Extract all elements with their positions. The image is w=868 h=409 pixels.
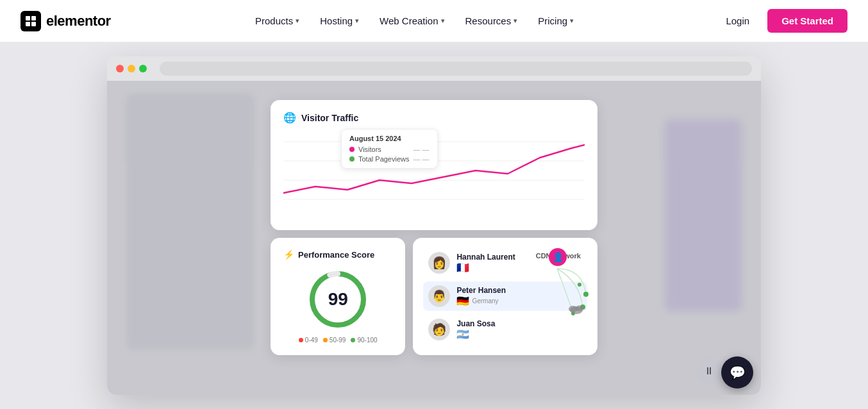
legend-label-low: 0-49: [305, 337, 318, 344]
user-avatar-peter: 👨: [428, 285, 450, 307]
logo-text: elementor: [46, 13, 111, 29]
avatar-emoji: 👩: [432, 256, 446, 270]
visitor-traffic-card: 🌐 Visitor Traffic August 15 2024 Visitor…: [271, 100, 597, 230]
cdn-network-card: 👩 Hannah Laurent 🇫🇷: [413, 238, 597, 355]
browser-dot-yellow: [128, 65, 135, 72]
legend-item-low: 0-49: [299, 337, 318, 344]
browser-dot-green: [139, 65, 147, 72]
legend-dot-green: [351, 338, 355, 342]
globe-icon: 🌐: [283, 112, 296, 124]
chevron-down-icon: ▾: [296, 17, 299, 25]
nav-pricing-label: Pricing: [538, 15, 567, 26]
card-header: 🌐 Visitor Traffic: [283, 112, 585, 124]
tooltip-pageviews-label: Total Pageviews: [358, 155, 410, 163]
svg-point-11: [583, 292, 588, 297]
svg-rect-0: [26, 16, 30, 21]
pause-button[interactable]: ⏸: [696, 358, 722, 385]
avatar-emoji: 👨: [432, 289, 446, 303]
cards-container: 🌐 Visitor Traffic August 15 2024 Visitor…: [271, 100, 597, 355]
cdn-network-svg: [522, 262, 592, 320]
browser-content: 🌐 Visitor Traffic August 15 2024 Visitor…: [107, 81, 761, 395]
cards-row: ⚡ Performance Score: [271, 238, 597, 355]
chart-tooltip: August 15 2024 Visitors — — Total Pagevi…: [341, 129, 438, 169]
performance-header: ⚡ Performance Score: [283, 249, 392, 260]
visitor-traffic-title: Visitor Traffic: [301, 113, 358, 123]
chevron-down-icon: ▾: [570, 17, 574, 25]
bg-blur-left: [126, 94, 255, 350]
user-avatar-hannah: 👩: [428, 252, 450, 274]
browser-dot-red: [116, 65, 124, 72]
user-country: Germany: [472, 297, 498, 305]
flag-icon: 🇦🇷: [456, 329, 469, 340]
flag-icon: 🇩🇪: [456, 295, 469, 307]
chevron-down-icon: ▾: [513, 17, 517, 25]
hero-section: 🌐 Visitor Traffic August 15 2024 Visitor…: [0, 42, 868, 409]
legend-dot-red: [299, 338, 303, 342]
svg-point-14: [578, 283, 581, 287]
performance-title: Performance Score: [298, 250, 374, 260]
tooltip-date: August 15 2024: [349, 135, 430, 142]
browser-dots: [116, 65, 147, 72]
legend-item-high: 90-100: [351, 337, 377, 344]
svg-rect-2: [26, 22, 30, 26]
user-name: Juan Sosa: [456, 319, 582, 328]
svg-rect-1: [31, 16, 36, 21]
pause-icon: ⏸: [704, 365, 714, 377]
performance-score-card: ⚡ Performance Score: [271, 238, 405, 355]
navbar: elementor Products ▾ Hosting ▾ Web Creat…: [0, 0, 868, 42]
cdn-overlay: CDN Network 👤: [515, 243, 592, 320]
flag-icon: 🇫🇷: [456, 262, 469, 274]
tooltip-pageviews: Total Pageviews — —: [349, 155, 430, 163]
nav-pricing[interactable]: Pricing ▾: [529, 10, 583, 31]
browser-address-bar: [160, 62, 752, 76]
lightning-icon: ⚡: [283, 249, 294, 260]
login-button[interactable]: Login: [718, 10, 757, 31]
chevron-down-icon: ▾: [441, 17, 445, 25]
performance-legend: 0-49 50-99 90-100: [283, 337, 392, 344]
legend-label-mid: 50-99: [330, 337, 346, 344]
tooltip-visitors-dash: — —: [413, 146, 430, 153]
get-started-button[interactable]: Get Started: [767, 9, 847, 33]
nav-links: Products ▾ Hosting ▾ Web Creation ▾ Reso…: [246, 10, 583, 31]
tooltip-pageviews-dash: — —: [413, 155, 430, 163]
nav-actions: Login Get Started: [718, 9, 847, 33]
user-info-juan: Juan Sosa 🇦🇷: [456, 319, 582, 340]
nav-hosting[interactable]: Hosting ▾: [311, 10, 368, 31]
svg-point-17: [576, 306, 583, 312]
performance-score-number: 99: [328, 289, 348, 310]
chevron-down-icon: ▾: [355, 17, 359, 25]
tooltip-dot-pageviews: [349, 156, 355, 162]
tooltip-dot-visitors: [349, 147, 355, 152]
tooltip-visitors-label: Visitors: [358, 146, 381, 153]
avatar-emoji: 🧑: [432, 322, 446, 337]
chat-icon: 💬: [730, 365, 746, 380]
nav-hosting-label: Hosting: [320, 15, 353, 26]
browser-window: 🌐 Visitor Traffic August 15 2024 Visitor…: [107, 56, 761, 395]
logo[interactable]: elementor: [21, 11, 111, 31]
person-icon: 👤: [553, 252, 563, 262]
tooltip-visitors: Visitors — —: [349, 146, 430, 153]
chat-button[interactable]: 💬: [721, 356, 753, 388]
bg-blur-right: [665, 119, 742, 312]
user-avatar-juan: 🧑: [428, 319, 450, 340]
legend-label-high: 90-100: [357, 337, 377, 344]
chart-area: August 15 2024 Visitors — — Total Pagevi…: [283, 129, 585, 219]
performance-circle: 99: [283, 267, 392, 331]
nav-products[interactable]: Products ▾: [246, 10, 308, 31]
legend-item-mid: 50-99: [323, 337, 346, 344]
score-circle: 99: [306, 267, 370, 331]
nav-resources-label: Resources: [465, 15, 512, 26]
elementor-logo-svg: [24, 15, 37, 28]
nav-resources[interactable]: Resources ▾: [456, 10, 527, 31]
nav-web-creation-label: Web Creation: [380, 15, 438, 26]
svg-rect-3: [31, 22, 36, 26]
nav-web-creation[interactable]: Web Creation ▾: [371, 10, 453, 31]
nav-products-label: Products: [255, 15, 293, 26]
browser-bar: [107, 56, 761, 81]
logo-icon: [21, 11, 41, 31]
legend-dot-orange: [323, 338, 328, 342]
